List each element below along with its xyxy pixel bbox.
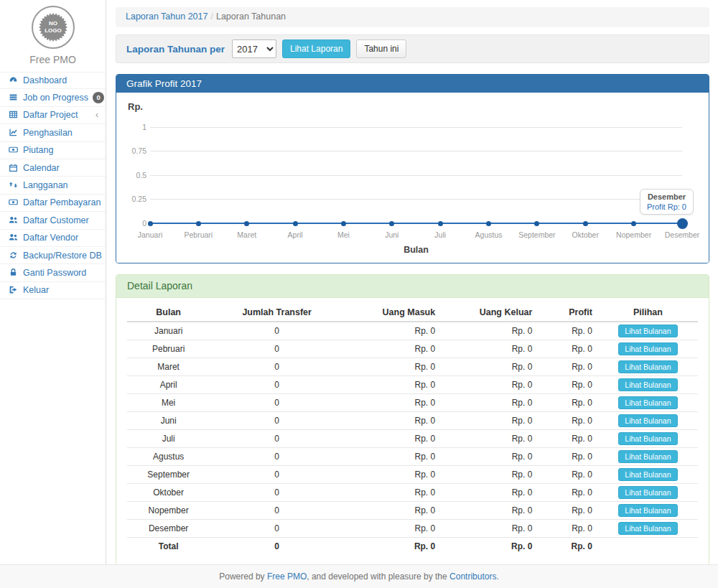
header-pilihan: Pilihan [598,304,698,322]
data-point-nopember[interactable] [631,221,636,226]
y-tick-label: 0.5 [118,171,146,179]
profit-chart-title: Grafik Profit 2017 [116,75,709,93]
total-uang-keluar: Rp. 0 [441,538,538,555]
lihat-bulanan-button[interactable]: Lihat Bulanan [618,486,677,499]
chevron-left-icon: ‹ [95,110,98,120]
sidebar-item-backup-restore-db[interactable]: Backup/Restore DB [0,247,106,264]
job-count-badge: 0 [93,92,104,103]
x-tick-label: Juli [434,230,446,239]
footer-text-middle: , and developed with pleasure by the [307,571,449,582]
sidebar-nav: Dashboard Job on Progress 0 Daftar Proje… [0,72,106,299]
sidebar-item-dashboard[interactable]: Dashboard [0,72,106,89]
data-point-juli[interactable] [438,221,443,226]
lihat-bulanan-button[interactable]: Lihat Bulanan [618,378,677,391]
header-bulan: Bulan [127,304,210,322]
no-logo-starburst-icon: NO LOGO [34,9,72,46]
data-point-desember[interactable] [677,218,688,229]
page-footer: Powered by Free PMO, and developed with … [0,564,718,588]
table-row: Januari 0 Rp. 0 Rp. 0 Rp. 0 Lihat Bulana… [127,322,698,340]
data-point-april[interactable] [293,221,298,226]
free-pmo-link[interactable]: Free PMO [267,571,307,582]
y-tick-label: 1 [118,123,146,131]
year-select[interactable]: 2017 [232,39,276,58]
sidebar-item-piutang[interactable]: Piutang [0,142,106,159]
report-filter-bar: Laporan Tahunan per 2017 Lihat Laporan T… [116,34,709,63]
sidebar-item-keluar[interactable]: Keluar [0,282,106,299]
data-point-oktober[interactable] [583,221,588,226]
sidebar-item-penghasilan[interactable]: Penghasilan [0,124,106,141]
x-tick-label: September [518,230,555,239]
footer-text-before: Powered by [219,571,267,582]
detail-report-title: Detail Laporan [116,275,709,298]
lihat-bulanan-button[interactable]: Lihat Bulanan [618,522,677,535]
sidebar-item-daftar-pembayaran[interactable]: Daftar Pembayaran [0,195,106,212]
money-icon [9,145,19,155]
gridline [150,175,682,176]
table-row: Mei 0 Rp. 0 Rp. 0 Rp. 0 Lihat Bulanan [127,394,698,412]
lihat-laporan-button[interactable]: Lihat Laporan [282,39,350,58]
lihat-bulanan-button[interactable]: Lihat Bulanan [618,414,677,427]
x-tick-label: Juni [385,230,398,239]
y-axis-title: Rp. [128,101,143,112]
x-tick-label: Nopember [616,230,651,239]
data-point-januari[interactable] [148,221,153,226]
footer-text-after: . [496,571,498,582]
calendar-icon [9,163,19,173]
data-point-mei[interactable] [341,221,346,226]
sidebar-item-langganan[interactable]: Langganan [0,177,106,194]
sidebar-item-calendar[interactable]: Calendar [0,159,106,177]
header-jumlah-transfer: Jumlah Transfer [210,304,344,322]
sidebar-item-daftar-vendor[interactable]: Daftar Vendor [0,230,106,247]
sidebar: NO LOGO Free PMO Dashboard Job on Progre… [0,0,106,564]
table-row: September 0 Rp. 0 Rp. 0 Rp. 0 Lihat Bula… [127,466,698,484]
y-tick-label: 0.75 [118,146,146,155]
header-profit: Profit [538,304,597,322]
detail-report-panel: Detail Laporan Bulan Jumlah Transfer Uan… [116,274,709,566]
lihat-bulanan-button[interactable]: Lihat Bulanan [618,342,677,355]
lihat-bulanan-button[interactable]: Lihat Bulanan [618,504,677,517]
x-axis-title: Bulan [150,245,682,255]
lihat-bulanan-button[interactable]: Lihat Bulanan [618,360,677,373]
data-point-juni[interactable] [389,221,394,226]
breadcrumb-link-laporan-tahun[interactable]: Laporan Tahun 2017 [126,11,208,22]
sign-out-icon [9,285,19,295]
x-tick-label: Maret [237,230,256,239]
sidebar-item-daftar-project[interactable]: Daftar Project ‹ [0,107,106,124]
gridline [150,151,682,151]
users-icon [9,233,19,243]
table-row: Nopember 0 Rp. 0 Rp. 0 Rp. 0 Lihat Bulan… [127,502,698,520]
chart-tooltip: Desember Profit Rp: 0 [640,189,694,215]
lihat-bulanan-button[interactable]: Lihat Bulanan [618,325,677,337]
x-tick-label: Desember [665,230,699,239]
lihat-bulanan-button[interactable]: Lihat Bulanan [618,432,677,445]
sidebar-item-daftar-customer[interactable]: Daftar Customer [0,212,106,229]
table-row: Pebruari 0 Rp. 0 Rp. 0 Rp. 0 Lihat Bulan… [127,340,698,358]
gridline [150,199,682,200]
detail-report-body: Bulan Jumlah Transfer Uang Masuk Uang Ke… [116,298,709,565]
data-point-september[interactable] [534,221,539,226]
breadcrumb-separator: / [210,11,213,22]
data-point-agustus[interactable] [486,221,491,226]
brand-block: NO LOGO Free PMO [0,0,106,72]
main-content: Laporan Tahun 2017/Laporan Tahunan Lapor… [107,0,718,564]
tooltip-title: Desember [647,192,686,201]
refresh-icon [9,251,19,261]
sidebar-item-job-on-progress[interactable]: Job on Progress 0 [0,89,106,106]
dashboard-icon [9,75,19,85]
line-chart-icon [9,128,19,138]
profit-chart-panel: Grafik Profit 2017 Rp. 10.750.50.250 Jan… [116,74,709,263]
contributors-link[interactable]: Contributors [449,571,496,582]
data-point-maret[interactable] [244,221,249,226]
y-tick-label: 0 [118,219,146,228]
brand-name: Free PMO [0,54,106,72]
lihat-bulanan-button[interactable]: Lihat Bulanan [618,450,677,463]
lihat-bulanan-button[interactable]: Lihat Bulanan [618,396,677,409]
breadcrumb: Laporan Tahun 2017/Laporan Tahunan [116,7,709,27]
table-row: Desember 0 Rp. 0 Rp. 0 Rp. 0 Lihat Bulan… [127,520,698,538]
tahun-ini-button[interactable]: Tahun ini [356,39,406,58]
lihat-bulanan-button[interactable]: Lihat Bulanan [618,468,677,481]
sidebar-item-ganti-password[interactable]: Ganti Password [0,264,106,281]
report-table-header-row: Bulan Jumlah Transfer Uang Masuk Uang Ke… [127,304,698,322]
data-point-pebruari[interactable] [196,221,201,226]
report-table: Bulan Jumlah Transfer Uang Masuk Uang Ke… [127,304,698,555]
